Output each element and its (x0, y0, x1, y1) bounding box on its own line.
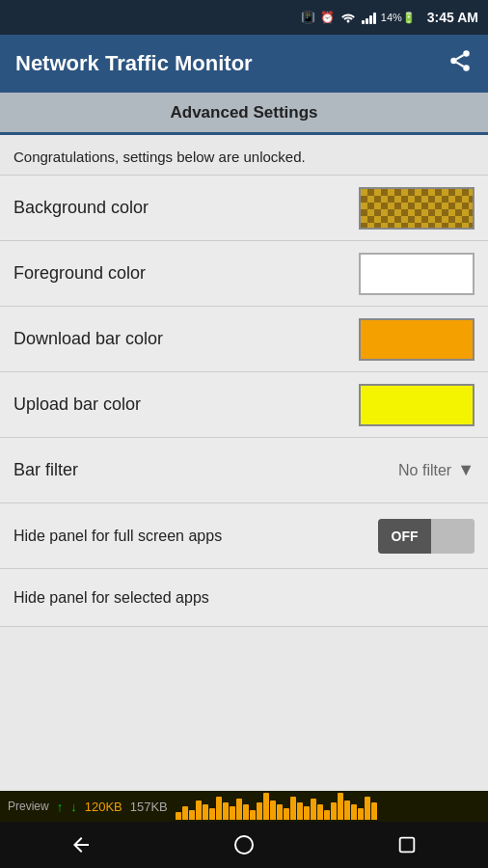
content-area: Congratulations, settings below are unlo… (0, 135, 488, 791)
preview-down-arrow-icon: ↑ (57, 800, 64, 814)
preview-bar-item (216, 797, 222, 820)
dropdown-arrow-icon: ▼ (457, 460, 474, 480)
vibrate-icon: 📳 (301, 11, 315, 24)
unlock-message: Congratulations, settings below are unlo… (0, 135, 488, 176)
preview-bar-item (324, 810, 330, 820)
preview-bar-item (236, 799, 242, 820)
nav-bar (0, 822, 488, 868)
preview-bar-item (182, 806, 188, 820)
battery-percent: 14% (381, 12, 402, 23)
download-bar-color-label: Download bar color (14, 329, 163, 349)
preview-bar-item (317, 804, 323, 820)
foreground-color-row[interactable]: Foreground color (0, 241, 488, 307)
svg-point-0 (463, 50, 470, 57)
app-title: Network Traffic Monitor (15, 51, 253, 76)
preview-bar-item (304, 806, 310, 820)
status-icons: 📳 ⏰ 14% 🔋 (301, 10, 416, 26)
bar-filter-value: No filter (398, 462, 451, 479)
preview-bar: Preview ↑ ↓ 120KB 157KB (0, 791, 488, 822)
signal-icon (362, 11, 376, 24)
hide-selected-row[interactable]: Hide panel for selected apps (0, 569, 488, 627)
preview-bar-item (297, 802, 303, 820)
bar-filter-row[interactable]: Bar filter No filter ▼ (0, 438, 488, 503)
svg-line-4 (456, 55, 463, 59)
status-time: 3:45 AM (427, 10, 478, 25)
preview-bar-item (250, 810, 256, 820)
preview-bar-item (311, 799, 316, 820)
foreground-color-swatch[interactable] (359, 253, 474, 295)
svg-point-2 (463, 65, 470, 71)
preview-bar-item (351, 804, 357, 820)
upload-color-swatch[interactable] (359, 384, 474, 426)
preview-bar-item (223, 802, 229, 820)
section-bar: Advanced Settings (0, 93, 488, 135)
app-header: Network Traffic Monitor (0, 35, 488, 93)
preview-bar-item (338, 793, 343, 820)
preview-bar-item (257, 802, 262, 820)
background-color-label: Background color (14, 198, 149, 218)
preview-bar-item (284, 808, 289, 820)
preview-label: Preview (8, 800, 49, 813)
hide-fullscreen-label: Hide panel for full screen apps (14, 528, 378, 545)
preview-bar-item (270, 800, 276, 820)
upload-bar-color-row[interactable]: Upload bar color (0, 372, 488, 438)
preview-bar-item (203, 804, 208, 820)
preview-up-kb: 157KB (130, 800, 168, 814)
preview-bar-item (196, 800, 202, 820)
svg-line-3 (456, 63, 463, 67)
status-bar: 📳 ⏰ 14% 🔋 3:45 AM (0, 0, 488, 35)
section-title: Advanced Settings (170, 103, 317, 122)
svg-point-1 (450, 58, 457, 65)
wifi-icon (339, 10, 357, 26)
bar-filter-dropdown[interactable]: No filter ▼ (398, 460, 474, 480)
preview-bar-item (230, 806, 235, 820)
hide-selected-label: Hide panel for selected apps (14, 589, 209, 607)
upload-bar-color-label: Upload bar color (14, 394, 141, 415)
hide-fullscreen-row[interactable]: Hide panel for full screen apps OFF (0, 503, 488, 569)
preview-bar-item (358, 808, 364, 820)
battery-icon: 14% 🔋 (381, 12, 416, 24)
preview-up-arrow-icon: ↓ (70, 800, 77, 814)
preview-bar-item (365, 797, 370, 820)
back-button[interactable] (52, 822, 110, 868)
preview-bar-item (331, 802, 337, 820)
preview-bar-item (209, 808, 215, 820)
alarm-icon: ⏰ (320, 11, 335, 24)
preview-bar-item (189, 810, 195, 820)
home-button[interactable] (215, 822, 273, 868)
foreground-color-label: Foreground color (14, 263, 146, 284)
preview-bar-item (290, 797, 296, 820)
background-color-swatch[interactable] (359, 187, 474, 230)
preview-bar-item (243, 804, 249, 820)
preview-bar-item (176, 812, 181, 820)
svg-point-5 (235, 836, 253, 854)
toggle-off-label: OFF (378, 519, 431, 554)
preview-bar-item (263, 793, 269, 820)
download-bar-color-row[interactable]: Download bar color (0, 307, 488, 372)
preview-bars (176, 793, 480, 820)
preview-down-kb: 120KB (85, 800, 122, 814)
recent-button[interactable] (378, 822, 436, 868)
preview-bar-item (371, 802, 377, 820)
share-button[interactable] (447, 48, 473, 79)
download-color-swatch[interactable] (359, 318, 474, 361)
background-color-row[interactable]: Background color (0, 176, 488, 241)
svg-rect-6 (399, 838, 414, 853)
hide-fullscreen-toggle[interactable]: OFF (378, 519, 474, 554)
preview-bar-item (277, 804, 283, 820)
toggle-on-area (431, 519, 474, 554)
preview-bar-item (344, 800, 350, 820)
bar-filter-label: Bar filter (14, 460, 78, 480)
